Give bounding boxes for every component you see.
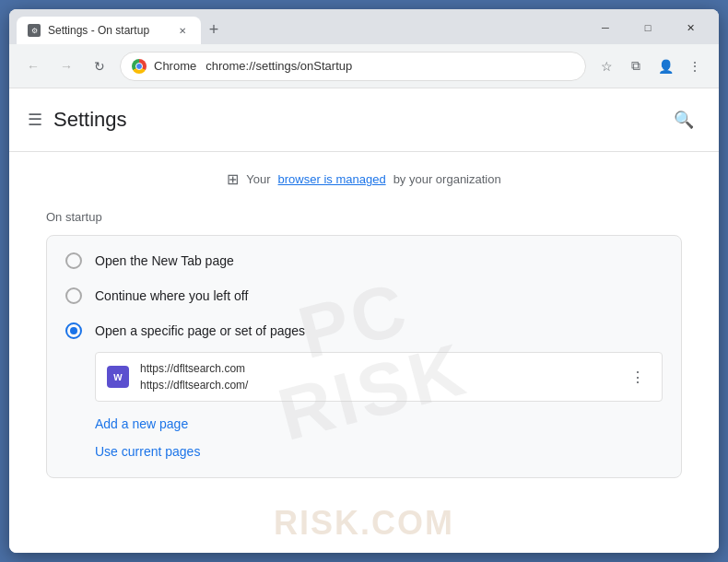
tab-area: ⚙ Settings - On startup ✕ + xyxy=(9,15,577,44)
chrome-logo-icon xyxy=(132,59,147,74)
chrome-label: Chrome xyxy=(154,59,196,73)
back-button[interactable]: ← xyxy=(20,53,46,79)
address-bar: ← → ↻ Chrome chrome://settings/onStartup… xyxy=(9,44,719,88)
radio-continue[interactable] xyxy=(65,287,82,304)
url-bar[interactable]: Chrome chrome://settings/onStartup xyxy=(120,52,586,81)
maximize-button[interactable]: □ xyxy=(627,15,669,41)
window-controls: ─ □ ✕ xyxy=(577,15,719,41)
entry-urls: https://dfltsearch.com https://dfltsearc… xyxy=(140,360,614,393)
hamburger-menu-icon[interactable]: ☰ xyxy=(28,110,42,130)
radio-specific[interactable] xyxy=(65,322,82,339)
section-label: On startup xyxy=(46,210,682,224)
url-action-icons: ☆ ⧉ 👤 ⋮ xyxy=(593,53,708,79)
entry-favicon: w xyxy=(107,366,129,388)
profile-icon[interactable]: 👤 xyxy=(652,53,678,79)
browser-window: ⚙ Settings - On startup ✕ + ─ □ ✕ ← → ↻ … xyxy=(9,9,719,553)
extensions-icon[interactable]: ⧉ xyxy=(623,53,649,79)
new-tab-button[interactable]: + xyxy=(201,17,227,42)
settings-area: ☰ Settings 🔍 ⊞ Your browser is managed b… xyxy=(9,88,719,553)
startup-card: PCRISK Open the New Tab page Continue wh… xyxy=(46,235,682,478)
settings-page-title: Settings xyxy=(53,108,656,132)
bookmark-icon[interactable]: ☆ xyxy=(593,53,619,79)
settings-search-button[interactable]: 🔍 xyxy=(667,103,700,136)
settings-content: ⊞ Your browser is managed by your organi… xyxy=(9,152,719,497)
option-new-tab-label: Open the New Tab page xyxy=(95,253,234,268)
managed-link[interactable]: browser is managed xyxy=(278,172,386,186)
chrome-menu-icon[interactable]: ⋮ xyxy=(682,53,708,79)
tab-favicon: ⚙ xyxy=(28,24,41,37)
entry-url-2: https://dfltsearch.com/ xyxy=(140,377,614,393)
tab-label: Settings - On startup xyxy=(48,24,149,37)
title-bar: ⚙ Settings - On startup ✕ + ─ □ ✕ xyxy=(9,9,719,44)
add-new-page-link[interactable]: Add a new page xyxy=(95,413,188,435)
option-new-tab[interactable]: Open the New Tab page xyxy=(47,243,681,278)
startup-entry: w https://dfltsearch.com https://dfltsea… xyxy=(95,352,663,402)
option-specific-label: Open a specific page or set of pages xyxy=(95,323,305,338)
entry-menu-button[interactable]: ⋮ xyxy=(625,364,651,390)
entry-url-1: https://dfltsearch.com xyxy=(140,360,614,377)
radio-new-tab[interactable] xyxy=(65,252,82,269)
close-button[interactable]: ✕ xyxy=(669,15,711,41)
forward-button[interactable]: → xyxy=(53,53,79,79)
option-continue[interactable]: Continue where you left off xyxy=(47,278,681,313)
minimize-button[interactable]: ─ xyxy=(584,15,627,41)
managed-banner: ⊞ Your browser is managed by your organi… xyxy=(46,170,682,188)
url-text: chrome://settings/onStartup xyxy=(205,59,574,73)
managed-text-before: Your xyxy=(246,172,270,186)
option-specific[interactable]: Open a specific page or set of pages xyxy=(47,313,681,348)
settings-header: ☰ Settings 🔍 xyxy=(9,88,719,152)
managed-grid-icon: ⊞ xyxy=(227,170,239,188)
active-tab[interactable]: ⚙ Settings - On startup ✕ xyxy=(17,17,201,44)
use-current-pages-link[interactable]: Use current pages xyxy=(95,440,663,462)
tab-close-button[interactable]: ✕ xyxy=(175,23,190,38)
bottom-watermark: RISK.COM xyxy=(9,497,719,553)
option-continue-label: Continue where you left off xyxy=(95,288,248,303)
managed-text-after: by your organization xyxy=(393,172,501,186)
reload-button[interactable]: ↻ xyxy=(87,53,112,79)
